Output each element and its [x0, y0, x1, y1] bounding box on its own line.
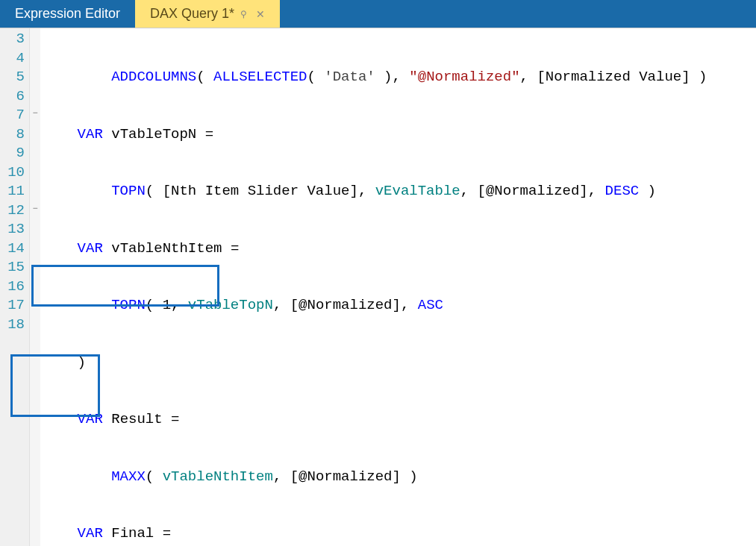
- tab-label: DAX Query 1*: [150, 6, 234, 22]
- fold-toggle-icon[interactable]: −: [30, 200, 40, 219]
- code-editor[interactable]: 3 4 5 6 7 8 9 10 11 12 13 14 15 16 17 18…: [0, 28, 756, 546]
- tab-expression-editor[interactable]: Expression Editor: [0, 0, 135, 28]
- tab-dax-query[interactable]: DAX Query 1* ⚲ ✕: [135, 0, 280, 28]
- fold-column: − −: [30, 28, 40, 546]
- close-icon[interactable]: ✕: [256, 8, 265, 20]
- code-content[interactable]: ADDCOLUMNS( ALLSELECTED( 'Data' ), "@Nor…: [40, 28, 756, 546]
- tab-label: Expression Editor: [15, 6, 120, 22]
- fold-toggle-icon[interactable]: −: [30, 104, 40, 124]
- pin-icon[interactable]: ⚲: [240, 9, 247, 19]
- line-gutter: 3 4 5 6 7 8 9 10 11 12 13 14 15 16 17 18: [0, 28, 30, 546]
- tab-bar: Expression Editor DAX Query 1* ⚲ ✕: [0, 0, 756, 28]
